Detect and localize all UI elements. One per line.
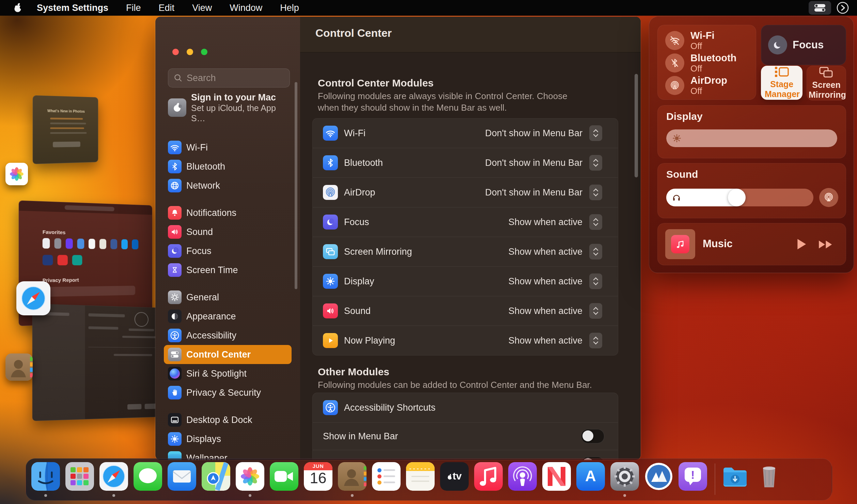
sidebar-item-screen-time[interactable]: Screen Time (164, 261, 292, 280)
dock-launchpad[interactable] (65, 462, 94, 491)
zoom-button[interactable] (201, 49, 207, 55)
sidebar-item-desktop-dock[interactable]: Desktop & Dock (164, 410, 292, 429)
dock-reminders[interactable] (372, 462, 401, 491)
airplay-button[interactable] (819, 188, 838, 207)
contacts-app-badge[interactable] (5, 353, 33, 381)
favicon[interactable] (77, 239, 84, 249)
sidebar-item-general[interactable]: General (164, 288, 292, 307)
dock-podcasts[interactable] (508, 462, 537, 491)
dock-system-settings[interactable] (610, 462, 639, 491)
dock-maps[interactable] (202, 462, 230, 491)
page-title: Control Center (315, 27, 392, 40)
dock-messages[interactable] (134, 462, 162, 491)
screen-mirroring-tile[interactable]: Screen Mirroring (807, 66, 846, 100)
sidebar-item-privacy-security[interactable]: Privacy & Security (164, 383, 292, 402)
screen-mirroring-label: Screen Mirroring (809, 80, 844, 100)
favicon[interactable] (43, 238, 50, 249)
main-scrollbar[interactable] (635, 74, 638, 177)
module-label: Accessibility Shortcuts (344, 403, 436, 413)
focus-card[interactable]: Focus (761, 25, 846, 65)
menu-bar-visibility-stepper[interactable] (589, 244, 602, 259)
stage-thumb-contacts-window[interactable] (32, 304, 164, 421)
menu-bar-visibility-stepper[interactable] (589, 303, 602, 319)
favicon[interactable] (43, 255, 53, 265)
safari-app-badge[interactable] (16, 281, 50, 315)
sidebar-item-siri-spotlight[interactable]: Siri & Spotlight (164, 364, 292, 383)
brightness-slider[interactable] (666, 129, 837, 147)
dock-music[interactable] (474, 462, 503, 491)
menu-bar-visibility-stepper[interactable] (589, 273, 602, 289)
dock-news[interactable] (542, 462, 571, 491)
fast-forward-button[interactable] (818, 240, 836, 249)
stage-thumb-photos-window[interactable]: What's New in Photos (33, 95, 98, 164)
dock-notes[interactable] (406, 462, 435, 491)
search-input[interactable]: Search (168, 68, 290, 88)
sidebar-item-accessibility[interactable]: Accessibility (164, 326, 292, 345)
sign-in-row[interactable]: Sign in to your Mac Set up iCloud, the A… (168, 96, 291, 120)
menu-bar-visibility-stepper[interactable] (589, 125, 602, 141)
dock-contacts[interactable] (338, 462, 367, 491)
sidebar-item-sound[interactable]: Sound (164, 222, 292, 241)
user-switch-icon[interactable] (836, 1, 850, 15)
dock-downloads-folder[interactable] (721, 462, 749, 491)
close-button[interactable] (172, 49, 179, 55)
show-in-menu-bar-toggle[interactable] (581, 429, 604, 443)
menu-app-name[interactable]: System Settings (37, 3, 108, 13)
sidebar-item-notifications[interactable]: Notifications (164, 203, 292, 222)
stage-manager-tile[interactable]: Stage Manager (761, 66, 803, 100)
dock-calendar[interactable]: JUN 16 (304, 462, 332, 491)
menu-item-view[interactable]: View (192, 3, 212, 13)
sidebar-item-appearance[interactable]: Appearance (164, 307, 292, 326)
dock-tv[interactable]: tv (440, 462, 469, 491)
sidebar-item-control-center[interactable]: Control Center (164, 345, 292, 364)
sidebar-item-focus[interactable]: Focus (164, 241, 292, 261)
dock-mountain-app[interactable] (644, 462, 673, 491)
dock-finder[interactable] (31, 462, 60, 491)
dock-safari[interactable] (99, 462, 128, 491)
cc-wifi-toggle[interactable]: Wi-FiOff (665, 29, 715, 52)
dock-app-store[interactable]: A (576, 462, 605, 491)
menu-bar-visibility-stepper[interactable] (589, 214, 602, 230)
sidebar-scrollbar[interactable] (295, 82, 297, 289)
favicon[interactable] (72, 255, 82, 265)
sidebar-item-displays[interactable]: Displays (164, 429, 292, 448)
dock-trash[interactable] (755, 462, 783, 491)
apple-menu[interactable] (14, 3, 22, 13)
play-icon (323, 333, 338, 348)
dock-feedback-assistant[interactable]: ! (679, 462, 707, 491)
focus-moon-icon (768, 35, 787, 54)
dock-photos[interactable] (236, 462, 264, 491)
play-button[interactable] (795, 238, 808, 251)
minimize-button[interactable] (187, 49, 193, 55)
favicon[interactable] (99, 239, 106, 249)
favorites-grid (43, 238, 139, 249)
sidebar-item-bluetooth[interactable]: Bluetooth (164, 157, 292, 176)
main-header: Control Center (300, 17, 641, 52)
menu-item-file[interactable]: File (126, 3, 141, 13)
favicon[interactable] (54, 238, 61, 249)
volume-knob[interactable] (728, 189, 746, 206)
favicon[interactable] (110, 239, 117, 249)
favicon[interactable] (89, 239, 95, 249)
menu-bar-visibility-stepper[interactable] (589, 185, 602, 200)
dock-facetime[interactable] (270, 462, 298, 491)
favicon[interactable] (66, 238, 73, 249)
menu-bar-visibility-stepper[interactable] (589, 155, 602, 171)
volume-slider[interactable] (666, 189, 813, 206)
favicon[interactable] (121, 239, 128, 249)
button-shape[interactable] (127, 404, 141, 410)
dock-mail[interactable] (168, 462, 196, 491)
control-center-menu-icon[interactable] (809, 1, 831, 15)
sidebar-item-wifi[interactable]: Wi-Fi (164, 138, 292, 157)
cc-bluetooth-toggle[interactable]: BluetoothOff (665, 52, 736, 74)
photos-app-badge[interactable] (5, 163, 28, 185)
cc-airdrop-toggle[interactable]: AirDropOff (665, 74, 727, 97)
text-line (50, 132, 87, 134)
menu-bar-visibility-stepper[interactable] (589, 333, 602, 348)
menu-item-help[interactable]: Help (280, 3, 299, 13)
favicon[interactable] (132, 239, 138, 249)
favicon[interactable] (58, 255, 68, 266)
sidebar-item-network[interactable]: Network (164, 176, 292, 195)
menu-item-window[interactable]: Window (230, 3, 262, 13)
menu-item-edit[interactable]: Edit (159, 3, 175, 13)
